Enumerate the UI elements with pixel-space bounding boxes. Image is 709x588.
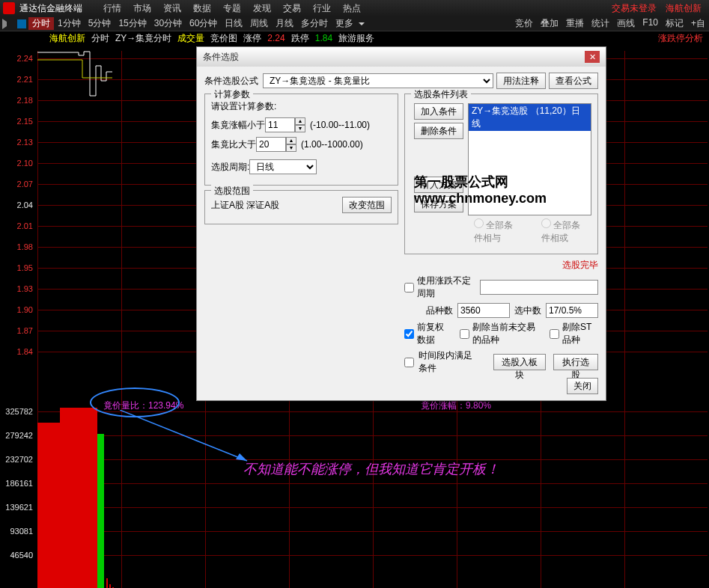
menu-data[interactable]: 数据 [193,2,211,15]
menu-market[interactable]: 市场 [133,2,151,15]
rtab-overlay[interactable]: 叠加 [537,17,562,30]
app-title: 通达信金融终端 [19,2,82,15]
info-up-label: 涨停 [243,32,261,45]
period-toolbar: 分时 1分钟 5分钟 15分钟 30分钟 60分钟 日线 周线 月线 多分时 更… [0,16,709,31]
volume-tick: 46540 [10,551,33,560]
svg-rect-4 [109,584,111,588]
tab-week[interactable]: 周线 [246,17,272,30]
tab-15min[interactable]: 15分钟 [115,17,150,30]
tool-icon[interactable] [17,19,26,28]
list-item[interactable]: ZY→集竞选股 （11,20）日线 [469,104,591,131]
change-range-button[interactable]: 改变范围 [342,197,392,213]
up-icon[interactable]: ▲ [286,137,296,144]
back-icon[interactable] [2,19,13,29]
custom-period-input[interactable] [480,280,598,295]
fq-checkbox[interactable] [404,329,414,339]
rtab-bid[interactable]: 竞价 [511,17,537,30]
annotation-text: 不知道能不能涨停，但我知道它肯定开板！ [243,460,499,478]
calc-prompt: 请设置计算参数: [211,100,392,113]
usage-button[interactable]: 用法注释 [496,73,546,89]
rtab-f10[interactable]: F10 [639,17,662,30]
bid-amp-label: 竟价涨幅：9.80% [421,399,491,412]
close-icon[interactable]: ✕ [585,51,600,63]
info-formula: ZY→集竟分时 [115,32,171,45]
rtab-custom[interactable]: +自 [687,17,709,30]
radio-and[interactable]: 全部条件相与 [474,218,519,245]
up-icon[interactable]: ▲ [295,117,305,125]
info-up-val: 2.24 [267,33,284,43]
svg-line-6 [120,410,247,461]
range-fieldset: 选股范围 上证A股 深证A股 改变范围 [204,190,398,224]
tab-1min[interactable]: 1分钟 [54,17,85,30]
info-sector: 旅游服务 [338,32,374,45]
tab-5min[interactable]: 5分钟 [85,17,115,30]
save-scheme-button[interactable]: 保存方案 [414,196,463,212]
menu-discover[interactable]: 发现 [253,2,271,15]
tab-30min[interactable]: 30分钟 [150,17,186,30]
dialog-title-text: 条件选股 [203,51,239,64]
tab-day[interactable]: 日线 [221,17,246,30]
menu-hot[interactable]: 热点 [343,2,361,15]
custom-period-label: 使用涨跌不定周期 [417,275,477,300]
menu-news[interactable]: 资讯 [163,2,181,15]
calc-params-fieldset: 计算参数 请设置计算参数: 集竟涨幅小于 ▲▼ (-10.00--11.00) … [204,94,398,186]
tab-60min[interactable]: 60分钟 [186,17,221,30]
chart-info-bar: 海航创新 分时 ZY→集竟分时 成交量 竞价图 涨停 2.24 跌停 1.84 … [0,31,709,45]
tab-multi[interactable]: 多分时 [297,17,332,30]
menu-industry[interactable]: 行业 [313,2,331,15]
info-right[interactable]: 涨跌停分析 [658,32,703,45]
p1-input[interactable] [265,117,295,132]
volume-tick: 186161 [5,479,33,488]
custom-period-checkbox[interactable] [404,283,414,293]
down-icon[interactable]: ▼ [286,144,296,152]
radio-or[interactable]: 全部条件相或 [541,218,586,245]
rtab-draw[interactable]: 画线 [613,17,639,30]
condition-listbox[interactable]: ZY→集竞选股 （11,20）日线 [468,103,591,215]
formula-select[interactable]: ZY→集竟选股 - 集竟量比 [263,73,493,88]
dropdown-icon[interactable] [359,22,365,25]
close-button[interactable]: 关闭 [567,378,598,394]
period-label: 选股周期: [211,161,249,174]
volume-tick: 279242 [5,431,33,440]
p2-spinner[interactable]: ▲▼ [256,137,296,152]
tab-month[interactable]: 月线 [272,17,297,30]
svg-rect-1 [60,408,97,588]
dialog-titlebar[interactable]: 条件选股 ✕ [197,47,606,67]
time-checkbox[interactable] [404,358,414,367]
menu-quotes[interactable]: 行情 [103,2,121,15]
stock-name-right[interactable]: 海航创新 [666,2,702,15]
tab-more[interactable]: 更多 [332,17,357,30]
period-select[interactable]: 日线 [249,159,317,174]
to-block-button[interactable]: 选股入板块 [493,354,546,370]
condition-list-fieldset: 选股条件列表 加入条件 删除条件 引入方案 保存方案 ZY→集竞选股 （11,2… [404,94,598,254]
status-text: 选股完毕 [404,259,598,272]
info-vol-label: 成交量 [177,32,204,45]
menu-trade[interactable]: 交易 [283,2,301,15]
run-filter-button[interactable]: 执行选股 [553,354,598,370]
info-bid-label: 竞价图 [210,32,237,45]
add-condition-button[interactable]: 加入条件 [414,103,463,120]
view-formula-button[interactable]: 查看公式 [549,73,598,89]
volume-tick: 232702 [5,455,33,464]
p1-label: 集竟涨幅小于 [211,119,265,132]
hit-value [546,303,598,318]
rtab-stats[interactable]: 统计 [588,17,613,30]
volume-tick: 325782 [5,407,33,416]
p1-spinner[interactable]: ▲▼ [265,117,305,132]
volume-tick: 139621 [5,503,33,512]
p2-input[interactable] [256,137,286,152]
rtab-mark[interactable]: 标记 [662,17,687,30]
remove-st-checkbox[interactable] [550,329,559,339]
login-status[interactable]: 交易未登录 [612,2,657,15]
p2-label: 集竟比大于 [211,138,256,151]
title-bar: 通达信金融终端 行情 市场 资讯 数据 专题 发现 交易 行业 热点 交易未登录… [0,0,709,16]
count-value [457,303,510,318]
down-icon[interactable]: ▼ [295,125,305,132]
load-scheme-button[interactable]: 引入方案 [414,177,463,193]
rtab-replay[interactable]: 重播 [562,17,588,30]
tab-fenshi[interactable]: 分时 [28,17,54,30]
remove-nt-checkbox[interactable] [460,329,469,339]
menu-topic[interactable]: 专题 [223,2,241,15]
p1-range: (-10.00--11.00) [310,120,370,130]
delete-condition-button[interactable]: 删除条件 [414,123,463,139]
